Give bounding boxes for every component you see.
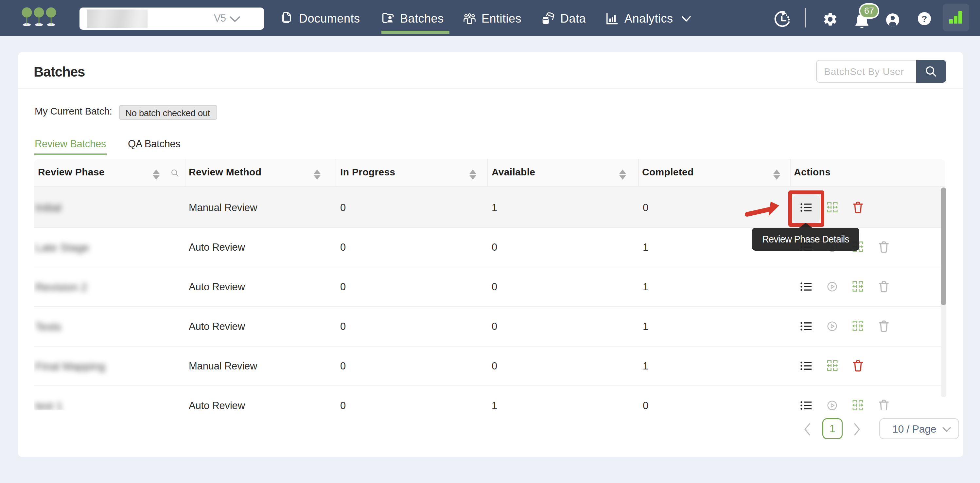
svg-text:?: ? xyxy=(922,14,928,24)
